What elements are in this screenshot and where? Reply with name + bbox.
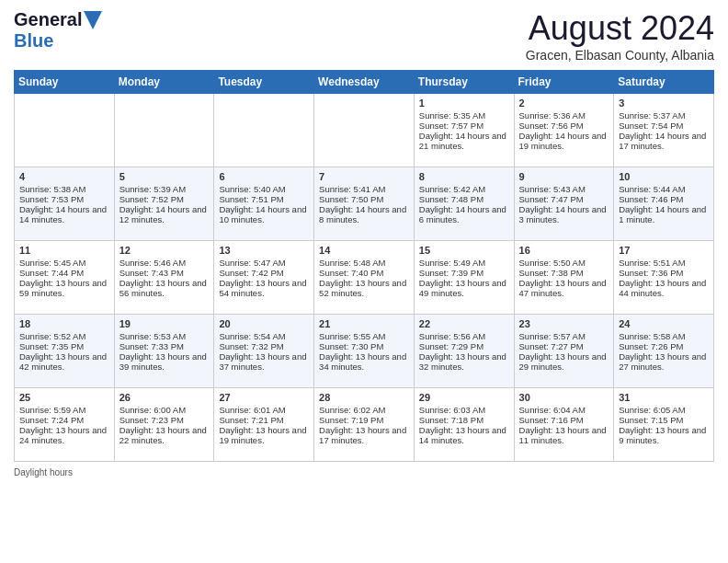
calendar-cell (314, 94, 415, 167)
sunset-text: Sunset: 7:50 PM (319, 194, 409, 204)
day-number: 29 (419, 392, 509, 403)
calendar-cell: 11Sunrise: 5:45 AMSunset: 7:44 PMDayligh… (15, 241, 115, 315)
day-number: 6 (219, 171, 309, 182)
day-header-thursday: Thursday (414, 71, 514, 94)
day-number: 13 (219, 245, 309, 256)
sunset-text: Sunset: 7:52 PM (119, 194, 210, 204)
sunset-text: Sunset: 7:19 PM (319, 415, 409, 425)
calendar-week-5: 25Sunrise: 5:59 AMSunset: 7:24 PMDayligh… (15, 388, 714, 462)
calendar-cell: 24Sunrise: 5:58 AMSunset: 7:26 PMDayligh… (614, 315, 714, 388)
sunset-text: Sunset: 7:24 PM (19, 415, 109, 425)
sunrise-text: Sunrise: 5:52 AM (19, 331, 109, 341)
sunrise-text: Sunrise: 5:47 AM (219, 258, 309, 268)
sunrise-text: Sunrise: 5:54 AM (219, 331, 309, 341)
sunrise-text: Sunrise: 5:55 AM (319, 331, 409, 341)
day-number: 16 (519, 245, 609, 256)
daylight-text: Daylight: 13 hours and 54 minutes. (219, 278, 309, 298)
sunrise-text: Sunrise: 6:02 AM (319, 405, 409, 415)
sunrise-text: Sunrise: 5:39 AM (119, 184, 210, 194)
sunrise-text: Sunrise: 5:38 AM (19, 184, 109, 194)
calendar-cell: 16Sunrise: 5:50 AMSunset: 7:38 PMDayligh… (514, 241, 614, 315)
daylight-text: Daylight: 13 hours and 14 minutes. (419, 425, 509, 445)
day-number: 9 (519, 171, 609, 182)
day-number: 12 (119, 245, 210, 256)
logo-blue: Blue (14, 30, 53, 52)
daylight-text: Daylight: 14 hours and 1 minute. (619, 204, 709, 224)
day-number: 5 (119, 171, 210, 182)
daylight-text: Daylight: 13 hours and 44 minutes. (619, 278, 709, 298)
daylight-text: Daylight: 14 hours and 17 minutes. (619, 131, 709, 151)
calendar-cell: 10Sunrise: 5:44 AMSunset: 7:46 PMDayligh… (614, 167, 714, 241)
calendar-cell: 12Sunrise: 5:46 AMSunset: 7:43 PMDayligh… (114, 241, 214, 315)
calendar-week-1: 1Sunrise: 5:35 AMSunset: 7:57 PMDaylight… (15, 94, 714, 167)
day-number: 31 (619, 392, 709, 403)
day-number: 4 (19, 171, 109, 182)
calendar-cell: 21Sunrise: 5:55 AMSunset: 7:30 PMDayligh… (314, 315, 415, 388)
calendar-cell (114, 94, 214, 167)
sunset-text: Sunset: 7:35 PM (19, 341, 109, 351)
day-header-tuesday: Tuesday (214, 71, 314, 94)
day-number: 3 (619, 98, 709, 109)
daylight-text: Daylight: 13 hours and 42 minutes. (19, 351, 109, 372)
day-number: 10 (619, 171, 709, 182)
daylight-text: Daylight: 13 hours and 27 minutes. (619, 351, 709, 372)
title-area: August 2024 Gracen, Elbasan County, Alba… (526, 9, 714, 63)
sunrise-text: Sunrise: 5:36 AM (519, 110, 609, 121)
daylight-text: Daylight: 13 hours and 47 minutes. (519, 278, 609, 298)
calendar-week-2: 4Sunrise: 5:38 AMSunset: 7:53 PMDaylight… (15, 167, 714, 241)
sunrise-text: Sunrise: 5:48 AM (319, 258, 409, 268)
day-number: 19 (119, 318, 210, 329)
daylight-text: Daylight: 14 hours and 3 minutes. (519, 204, 609, 224)
sunset-text: Sunset: 7:15 PM (619, 415, 709, 425)
sunset-text: Sunset: 7:18 PM (419, 415, 509, 425)
day-number: 23 (519, 318, 609, 329)
sunset-text: Sunset: 7:38 PM (519, 268, 609, 278)
calendar-cell (214, 94, 314, 167)
day-number: 22 (419, 318, 509, 329)
calendar-cell: 14Sunrise: 5:48 AMSunset: 7:40 PMDayligh… (314, 241, 415, 315)
calendar-cell: 6Sunrise: 5:40 AMSunset: 7:51 PMDaylight… (214, 167, 314, 241)
sunrise-text: Sunrise: 5:58 AM (619, 331, 709, 341)
sunset-text: Sunset: 7:51 PM (219, 194, 309, 204)
sunset-text: Sunset: 7:23 PM (119, 415, 210, 425)
day-header-monday: Monday (114, 71, 214, 94)
day-number: 20 (219, 318, 309, 329)
sunrise-text: Sunrise: 6:05 AM (619, 405, 709, 415)
sunrise-text: Sunrise: 5:49 AM (419, 258, 509, 268)
day-number: 1 (419, 98, 509, 109)
daylight-text: Daylight: 13 hours and 19 minutes. (219, 425, 309, 445)
sunset-text: Sunset: 7:29 PM (419, 341, 509, 351)
sunrise-text: Sunrise: 5:57 AM (519, 331, 609, 341)
daylight-text: Daylight: 13 hours and 37 minutes. (219, 351, 309, 372)
calendar-cell: 31Sunrise: 6:05 AMSunset: 7:15 PMDayligh… (614, 388, 714, 462)
calendar-header-row: SundayMondayTuesdayWednesdayThursdayFrid… (15, 71, 714, 94)
day-number: 25 (19, 392, 109, 403)
day-number: 24 (619, 318, 709, 329)
svg-marker-0 (84, 11, 102, 29)
sunset-text: Sunset: 7:33 PM (119, 341, 210, 351)
sunset-text: Sunset: 7:44 PM (19, 268, 109, 278)
calendar-cell: 8Sunrise: 5:42 AMSunset: 7:48 PMDaylight… (414, 167, 514, 241)
day-number: 2 (519, 98, 609, 109)
sunset-text: Sunset: 7:21 PM (219, 415, 309, 425)
daylight-text: Daylight: 13 hours and 56 minutes. (119, 278, 210, 298)
calendar-cell: 19Sunrise: 5:53 AMSunset: 7:33 PMDayligh… (114, 315, 214, 388)
calendar-cell: 27Sunrise: 6:01 AMSunset: 7:21 PMDayligh… (214, 388, 314, 462)
daylight-text: Daylight: 13 hours and 11 minutes. (519, 425, 609, 445)
page-header: General Blue August 2024 Gracen, Elbasan… (14, 9, 714, 63)
sunset-text: Sunset: 7:32 PM (219, 341, 309, 351)
sunrise-text: Sunrise: 6:01 AM (219, 405, 309, 415)
sunrise-text: Sunrise: 5:37 AM (619, 110, 709, 121)
daylight-text: Daylight: 14 hours and 19 minutes. (519, 131, 609, 151)
day-number: 17 (619, 245, 709, 256)
day-number: 21 (319, 318, 409, 329)
sunset-text: Sunset: 7:16 PM (519, 415, 609, 425)
daylight-text: Daylight: 14 hours and 10 minutes. (219, 204, 309, 224)
daylight-text: Daylight: 13 hours and 29 minutes. (519, 351, 609, 372)
day-number: 11 (19, 245, 109, 256)
day-number: 18 (19, 318, 109, 329)
sunset-text: Sunset: 7:43 PM (119, 268, 210, 278)
logo-icon (84, 11, 102, 29)
sunset-text: Sunset: 7:27 PM (519, 341, 609, 351)
calendar-table: SundayMondayTuesdayWednesdayThursdayFrid… (14, 70, 714, 462)
